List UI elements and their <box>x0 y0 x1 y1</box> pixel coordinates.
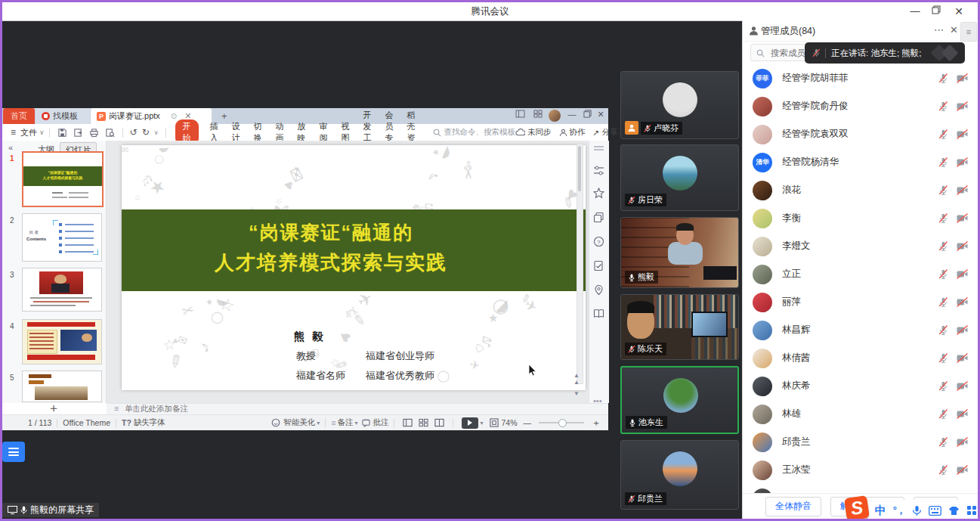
command-search[interactable]: 查找命令、搜索模板 <box>433 127 516 138</box>
video-tile-卢晓芬[interactable]: 卢晓芬 <box>620 71 739 139</box>
slideshow-play-button[interactable] <box>462 417 478 429</box>
mic-muted-icon[interactable] <box>938 268 949 280</box>
camera-muted-icon[interactable] <box>956 73 969 84</box>
member-row[interactable]: 经管学院袁双双 <box>743 120 978 148</box>
preview-icon[interactable] <box>104 127 116 138</box>
mic-muted-icon[interactable] <box>938 380 949 392</box>
camera-muted-icon[interactable] <box>956 324 969 336</box>
reading-book-icon[interactable] <box>593 309 604 320</box>
theme-indicator[interactable]: Office Theme <box>63 418 110 427</box>
slide-thumbnail-4[interactable] <box>22 319 102 364</box>
zoom-slider-knob[interactable] <box>558 419 567 427</box>
camera-muted-icon[interactable] <box>956 185 969 196</box>
fit-slide-icon[interactable] <box>490 418 499 427</box>
camera-muted-icon[interactable] <box>956 352 969 364</box>
member-row[interactable]: 王冰莹 <box>743 456 978 484</box>
member-row[interactable]: 林庆希 <box>743 372 978 400</box>
zoom-slider[interactable] <box>539 422 584 423</box>
canvas-scrollbar[interactable] <box>577 144 583 384</box>
camera-muted-icon[interactable] <box>956 408 969 420</box>
collapse-panel-icon[interactable]: « <box>8 143 13 152</box>
slide-title-banner[interactable]: “岗课赛证“融通的 人才培养模式探索与实践 <box>122 209 586 291</box>
zoom-in-button[interactable]: ＋ <box>592 417 601 430</box>
collab-button[interactable]: 协作 <box>559 127 586 138</box>
export-icon[interactable] <box>73 127 84 138</box>
video-tile-邱贵兰[interactable]: 邱贵兰 <box>620 440 739 510</box>
copy-pane-icon[interactable] <box>593 212 604 223</box>
next-slide-button[interactable]: ▼ <box>573 390 580 397</box>
pin-location-icon[interactable] <box>593 284 604 296</box>
member-row[interactable]: 浪花 <box>743 176 978 204</box>
mic-muted-icon[interactable] <box>938 240 949 252</box>
mic-muted-icon[interactable] <box>938 352 949 364</box>
mic-muted-icon[interactable] <box>938 324 949 336</box>
member-row[interactable]: 林雄 <box>743 400 978 428</box>
missing-font-label[interactable]: 缺失字体 <box>134 417 165 428</box>
member-row[interactable]: 林倩茜 <box>743 344 978 372</box>
notes-toggle[interactable]: 备注 <box>337 417 353 428</box>
wps-templates-tab[interactable]: 找模板 <box>36 108 90 124</box>
minimize-button[interactable]: — <box>907 4 923 19</box>
sorter-view-icon[interactable] <box>419 418 428 427</box>
camera-muted-icon[interactable] <box>956 464 969 476</box>
camera-muted-icon[interactable] <box>956 240 969 252</box>
redo-icon[interactable]: ↻ <box>142 127 150 138</box>
video-tile-房日荣[interactable]: 房日荣 <box>620 144 739 211</box>
print-icon[interactable] <box>88 127 100 138</box>
camera-muted-icon[interactable] <box>956 101 969 112</box>
mic-muted-icon[interactable] <box>938 101 949 112</box>
mic-muted-icon[interactable] <box>938 157 949 168</box>
save-icon[interactable] <box>57 127 68 138</box>
panel-more-icon[interactable]: ⋯ <box>934 24 944 36</box>
sync-status[interactable]: 未同步 <box>515 127 552 138</box>
mic-muted-icon[interactable] <box>938 408 949 420</box>
video-tile-池东生[interactable]: 池东生 <box>620 366 739 434</box>
ime-mode-toggle[interactable]: 中 <box>875 504 886 518</box>
reading-view-icon[interactable] <box>434 418 444 427</box>
layout-single-icon[interactable] <box>513 110 527 122</box>
slide-1-editing-surface[interactable]: ✉✏☁★♫✈✂♥☆◯♪⌂✎✉✏☁★♫✈✂♥☆◯♪⌂✎✉✏☁★♫✈✂♥☆◯♪⌂✎✉… <box>122 145 586 390</box>
mic-muted-icon[interactable] <box>938 436 949 448</box>
ime-punct-toggle[interactable]: °， <box>893 504 905 517</box>
camera-muted-icon[interactable] <box>956 157 969 168</box>
member-row[interactable]: 立正 <box>743 260 978 288</box>
zoom-level[interactable]: 74% <box>501 418 517 427</box>
mic-muted-icon[interactable] <box>938 212 949 224</box>
mic-muted-icon[interactable] <box>938 296 949 308</box>
ime-skin-icon[interactable] <box>948 506 960 516</box>
wps-close-button[interactable]: ✕ <box>595 110 607 122</box>
restore-button[interactable] <box>928 4 944 19</box>
play-options-caret[interactable]: ▾ <box>480 420 483 426</box>
camera-muted-icon[interactable] <box>956 380 969 392</box>
wps-restore-button[interactable] <box>581 110 593 122</box>
undo-icon[interactable]: ↺ <box>130 127 138 138</box>
camera-muted-icon[interactable] <box>956 436 969 448</box>
member-row[interactable]: 经管学院俞丹俊 <box>743 92 978 120</box>
notes-bar[interactable]: ≡ 单击此处添加备注 <box>107 403 608 415</box>
video-tile-陈乐天[interactable]: 陈乐天 <box>620 294 739 360</box>
sogou-logo-icon[interactable]: S <box>844 495 870 521</box>
ime-toolbox-icon[interactable] <box>966 505 977 516</box>
panel-hamburger-icon[interactable]: ≡ <box>960 22 977 42</box>
rail-handle-icon[interactable] <box>593 144 604 155</box>
panel-close-icon[interactable]: ✕ <box>950 24 958 36</box>
beautify-button[interactable]: 智能美化 <box>283 417 315 428</box>
mic-muted-icon[interactable] <box>938 73 949 84</box>
ime-voice-icon[interactable] <box>912 505 922 516</box>
prev-slide-button[interactable]: ▲▲ <box>573 372 580 386</box>
member-row[interactable]: 李衡 <box>743 204 978 232</box>
member-row[interactable]: 林昌辉 <box>743 316 978 344</box>
slide-thumbnail-3[interactable] <box>22 268 102 312</box>
format-painter-caret-icon[interactable]: ∨ <box>154 129 159 136</box>
video-tile-熊毅[interactable]: 熊毅 <box>620 217 739 288</box>
camera-muted-icon[interactable] <box>956 212 969 224</box>
comments-toggle[interactable]: 批注 <box>373 417 388 428</box>
member-row[interactable]: 邱贵兰 <box>743 428 978 456</box>
wps-minimize-button[interactable]: — <box>566 110 578 122</box>
camera-muted-icon[interactable] <box>956 129 969 140</box>
slide-thumbnail-1[interactable]: “岗课赛证“融通的人才培养模式探索与实践 <box>22 151 104 207</box>
member-row[interactable]: 李燈文 <box>743 232 978 260</box>
slide-thumbnail-2[interactable]: 目 录Contents <box>22 213 102 262</box>
properties-icon[interactable] <box>593 165 604 176</box>
zoom-out-button[interactable]: — <box>524 418 532 427</box>
